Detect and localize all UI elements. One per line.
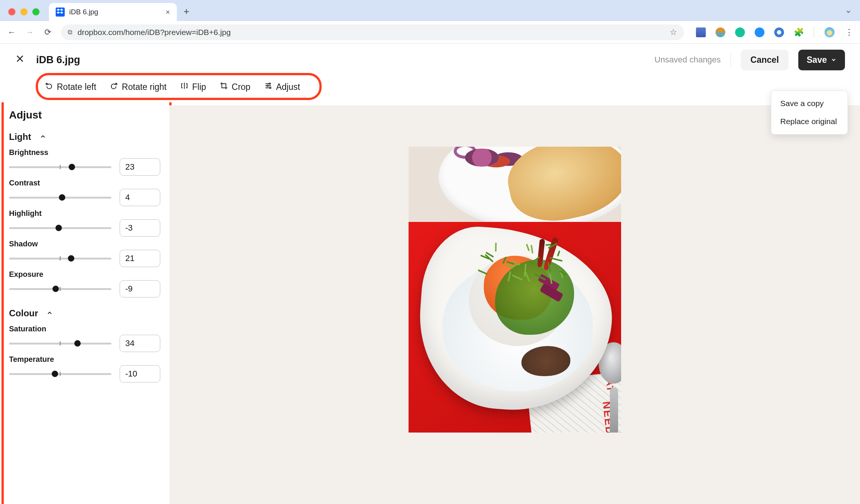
chevron-up-icon bbox=[46, 308, 53, 319]
file-title: iDB 6.jpg bbox=[36, 54, 80, 66]
tool-label: Rotate right bbox=[122, 82, 167, 92]
save-menu: Save a copy Replace original bbox=[771, 90, 848, 135]
preview-image[interactable]: NEED HAT bbox=[409, 147, 621, 433]
slider-label: Brightness bbox=[9, 148, 160, 157]
window-zoom-icon[interactable] bbox=[32, 8, 40, 15]
tool-label: Rotate left bbox=[57, 82, 96, 92]
window-controls bbox=[8, 8, 40, 15]
temperature-value-input[interactable] bbox=[120, 365, 160, 383]
separator bbox=[731, 53, 731, 66]
exposure-slider[interactable] bbox=[9, 282, 111, 296]
rotate-left-button[interactable]: Rotate left bbox=[45, 82, 96, 92]
brightness-slider[interactable] bbox=[9, 160, 111, 174]
forward-button[interactable]: → bbox=[25, 27, 35, 37]
back-button[interactable]: ← bbox=[7, 27, 17, 37]
flip-icon bbox=[180, 82, 188, 92]
section-label: Light bbox=[9, 132, 31, 142]
bookmark-star-icon[interactable]: ☆ bbox=[670, 27, 677, 37]
slider-label: Shadow bbox=[9, 240, 160, 248]
chevron-up-icon bbox=[40, 132, 46, 142]
cancel-button[interactable]: Cancel bbox=[741, 50, 789, 70]
slider-label: Saturation bbox=[9, 325, 160, 333]
tab-overflow-icon[interactable]: ⌄ bbox=[845, 5, 852, 15]
url-text: dropbox.com/home/iDB?preview=iDB+6.jpg bbox=[77, 28, 231, 37]
browser-toolbar: ← → ⟳ ⧉ dropbox.com/home/iDB?preview=iDB… bbox=[0, 21, 860, 44]
contrast-slider[interactable] bbox=[9, 191, 111, 204]
separator bbox=[814, 27, 814, 38]
save-button-label: Save bbox=[807, 55, 827, 65]
svg-point-2 bbox=[269, 87, 271, 89]
flip-button[interactable]: Flip bbox=[180, 82, 206, 92]
rotate-left-icon bbox=[45, 82, 53, 92]
tool-label: Flip bbox=[192, 82, 206, 92]
save-status: Unsaved changes bbox=[655, 55, 721, 65]
dropbox-favicon-icon bbox=[56, 8, 65, 17]
exposure-value-input[interactable] bbox=[120, 280, 160, 298]
contrast-value-input[interactable] bbox=[120, 189, 160, 206]
image-canvas: NEED HAT bbox=[169, 105, 860, 504]
profile-avatar[interactable] bbox=[824, 27, 835, 38]
shadow-value-input[interactable] bbox=[120, 250, 160, 267]
new-tab-button[interactable]: + bbox=[184, 6, 189, 17]
browser-tab-strip: iDB 6.jpg × + ⌄ bbox=[0, 0, 860, 21]
colour-section-toggle[interactable]: Colour bbox=[9, 308, 160, 319]
window-minimize-icon[interactable] bbox=[20, 8, 27, 15]
reload-button[interactable]: ⟳ bbox=[43, 27, 53, 37]
adjust-panel: Adjust Light BrightnessContrastHighlight… bbox=[0, 105, 169, 504]
chevron-down-icon bbox=[831, 55, 837, 65]
address-bar[interactable]: ⧉ dropbox.com/home/iDB?preview=iDB+6.jpg… bbox=[61, 24, 684, 40]
svg-point-0 bbox=[269, 83, 270, 85]
chrome-menu-icon[interactable]: ⋮ bbox=[845, 27, 853, 37]
slider-label: Highlight bbox=[9, 209, 160, 218]
save-button[interactable]: Save bbox=[798, 50, 845, 70]
tab-close-icon[interactable]: × bbox=[166, 8, 170, 17]
light-section-toggle[interactable]: Light bbox=[9, 132, 160, 142]
panel-title: Adjust bbox=[9, 109, 160, 121]
highlight-slider[interactable] bbox=[9, 221, 111, 235]
extension-icon[interactable] bbox=[735, 27, 745, 37]
extension-icon[interactable] bbox=[696, 27, 706, 37]
extension-icon[interactable] bbox=[755, 27, 764, 37]
temperature-slider[interactable] bbox=[9, 367, 111, 381]
highlight-value-input[interactable] bbox=[120, 219, 160, 237]
extensions-area: 🧩 ⋮ bbox=[696, 27, 853, 38]
svg-point-1 bbox=[267, 85, 268, 87]
crop-button[interactable]: Crop bbox=[220, 82, 251, 92]
adjust-button[interactable]: Adjust bbox=[264, 82, 300, 92]
window-close-icon[interactable] bbox=[8, 8, 15, 15]
edit-toolbar: Rotate left Rotate right Flip Crop Adjus… bbox=[36, 76, 824, 98]
saturation-value-input[interactable] bbox=[120, 335, 160, 352]
rotate-right-icon bbox=[110, 82, 118, 92]
extension-icon[interactable] bbox=[716, 27, 725, 37]
slider-label: Temperature bbox=[9, 355, 160, 364]
rotate-right-button[interactable]: Rotate right bbox=[110, 82, 167, 92]
section-label: Colour bbox=[9, 308, 38, 319]
tool-label: Crop bbox=[232, 82, 251, 92]
shadow-slider[interactable] bbox=[9, 252, 111, 265]
brightness-value-input[interactable] bbox=[120, 158, 160, 176]
site-info-icon[interactable]: ⧉ bbox=[68, 29, 72, 36]
adjust-icon bbox=[264, 82, 272, 92]
editor-header: iDB 6.jpg Unsaved changes Cancel Save bbox=[0, 44, 860, 76]
tab-title: iDB 6.jpg bbox=[69, 8, 161, 16]
crop-icon bbox=[220, 82, 228, 92]
replace-original-item[interactable]: Replace original bbox=[771, 112, 848, 131]
saturation-slider[interactable] bbox=[9, 337, 111, 350]
tool-label: Adjust bbox=[276, 82, 300, 92]
extension-icon[interactable] bbox=[774, 27, 784, 37]
slider-label: Exposure bbox=[9, 270, 160, 279]
extensions-puzzle-icon[interactable]: 🧩 bbox=[794, 27, 804, 37]
save-a-copy-item[interactable]: Save a copy bbox=[771, 94, 848, 112]
close-editor-button[interactable] bbox=[15, 53, 25, 66]
slider-label: Contrast bbox=[9, 179, 160, 187]
browser-tab[interactable]: iDB 6.jpg × bbox=[49, 3, 177, 21]
